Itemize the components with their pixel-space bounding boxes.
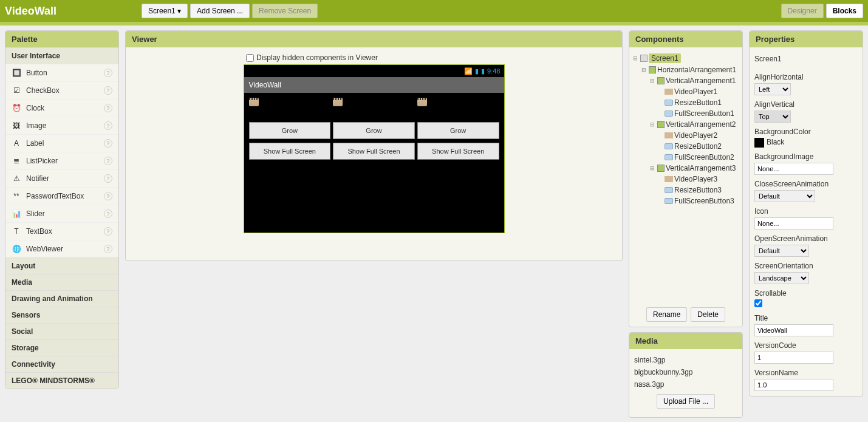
alignv-select[interactable]: Top [754, 111, 791, 123]
help-icon[interactable]: ? [104, 227, 112, 236]
tree-rb2[interactable]: ResizeButton2 [633, 141, 739, 152]
media-panel: Media sintel.3gp bigbuckbunny.3gp nasa.3… [629, 332, 743, 418]
screen-icon [640, 55, 648, 62]
tree-va3[interactable]: ⊟VerticalArrangement3 [633, 163, 739, 174]
tree-fb2[interactable]: FullScreenButton2 [633, 152, 739, 163]
palette-item-listpicker[interactable]: ≣ListPicker? [5, 152, 118, 169]
tree-fb1[interactable]: FullScreenButton1 [633, 108, 739, 119]
screen-dropdown[interactable]: Screen1 ▾ [142, 4, 188, 18]
tree-vp1[interactable]: VideoPlayer1 [633, 86, 739, 97]
fullscreen-button-3[interactable]: Show Full Screen [417, 143, 499, 160]
tree-toggle-icon[interactable]: ⊟ [633, 55, 639, 61]
remove-screen-button[interactable]: Remove Screen [252, 4, 318, 18]
arrangement-icon [649, 66, 656, 73]
viewer-panel: Viewer Display hidden components in View… [125, 30, 623, 261]
title-input[interactable] [754, 324, 833, 336]
palette-panel: Palette User Interface 🔲Button?☑CheckBox… [5, 30, 119, 389]
palette-section-social[interactable]: Social [5, 323, 118, 339]
help-icon[interactable]: ? [104, 209, 112, 218]
bgcolor-picker[interactable]: Black [754, 138, 858, 148]
upload-file-button[interactable]: Upload File ... [657, 394, 715, 409]
tree-screen[interactable]: ⊟Screen1 [633, 52, 739, 64]
palette-item-slider[interactable]: 📊Slider? [5, 205, 118, 222]
add-screen-button[interactable]: Add Screen ... [190, 4, 250, 18]
grow-button-2[interactable]: Grow [333, 122, 415, 139]
properties-panel: Properties Screen1 AlignHorizontal Left … [749, 30, 863, 396]
versioncode-input[interactable] [754, 352, 833, 364]
media-item[interactable]: nasa.3gp [634, 378, 737, 390]
media-item[interactable]: bigbuckbunny.3gp [634, 366, 737, 378]
palette-section-sensors[interactable]: Sensors [5, 307, 118, 323]
designer-button[interactable]: Designer [781, 4, 824, 18]
tree-rb3[interactable]: ResizeButton3 [633, 185, 739, 196]
palette-item-checkbox[interactable]: ☑CheckBox? [5, 81, 118, 99]
palette-item-textbox[interactable]: TTextBox? [5, 222, 118, 240]
palette-item-image[interactable]: 🖼Image? [5, 117, 118, 134]
tree-rb1[interactable]: ResizeButton1 [633, 97, 739, 108]
palette-section-media[interactable]: Media [5, 274, 118, 290]
fullscreen-button-1[interactable]: Show Full Screen [249, 143, 331, 160]
palette-section-layout[interactable]: Layout [5, 257, 118, 274]
videoplayer-icon[interactable] [333, 98, 343, 106]
delete-button[interactable]: Delete [691, 307, 725, 322]
tree-toggle-icon[interactable]: ⊟ [641, 67, 648, 73]
grow-button-3[interactable]: Grow [417, 122, 499, 139]
grow-button-1[interactable]: Grow [249, 122, 331, 139]
palette-section-lego[interactable]: LEGO® MINDSTORMS® [5, 372, 118, 389]
videoplayer-icon [665, 132, 673, 138]
versionname-input[interactable] [754, 379, 833, 391]
hidden-components-checkbox[interactable] [246, 54, 254, 62]
palette-item-icon: A [12, 138, 21, 148]
palette-section-drawing[interactable]: Drawing and Animation [5, 290, 118, 307]
videoplayer-icon[interactable] [249, 98, 259, 106]
palette-section-ui[interactable]: User Interface [5, 47, 118, 64]
palette-item-label[interactable]: ALabel? [5, 134, 118, 152]
alignh-select[interactable]: Left [754, 83, 791, 95]
help-icon[interactable]: ? [104, 104, 112, 112]
fullscreen-button-2[interactable]: Show Full Screen [333, 143, 415, 160]
arrangement-icon [657, 165, 665, 172]
tree-toggle-icon[interactable]: ⊟ [650, 165, 656, 171]
palette-item-icon: ☑ [12, 86, 21, 95]
palette-section-connectivity[interactable]: Connectivity [5, 356, 118, 372]
orient-select[interactable]: Landscape [754, 272, 809, 284]
help-icon[interactable]: ? [104, 121, 112, 130]
palette-item-clock[interactable]: ⏰Clock? [5, 99, 118, 117]
tree-vp2[interactable]: VideoPlayer2 [633, 130, 739, 141]
blocks-button[interactable]: Blocks [826, 4, 863, 18]
clock-text: 9:48 [487, 67, 500, 75]
palette-section-storage[interactable]: Storage [5, 339, 118, 356]
tree-vp3[interactable]: VideoPlayer3 [633, 174, 739, 185]
closeanim-select[interactable]: Default [754, 190, 815, 202]
button-icon [665, 198, 673, 204]
help-icon[interactable]: ? [104, 174, 112, 183]
tree-ha1[interactable]: ⊟HorizontalArrangement1 [633, 64, 739, 75]
media-list: sintel.3gp bigbuckbunny.3gp nasa.3gp Upl… [629, 349, 742, 417]
palette-item-webviewer[interactable]: 🌐WebViewer? [5, 240, 118, 257]
scrollable-checkbox[interactable] [754, 299, 762, 307]
help-icon[interactable]: ? [104, 139, 112, 148]
help-icon[interactable]: ? [104, 245, 112, 253]
help-icon[interactable]: ? [104, 86, 112, 95]
openanim-select[interactable]: Default [754, 245, 809, 257]
tree-fb3[interactable]: FullScreenButton3 [633, 196, 739, 206]
help-icon[interactable]: ? [104, 69, 112, 77]
battery-icon: ▮ [481, 67, 485, 75]
media-item[interactable]: sintel.3gp [634, 354, 737, 366]
icon-input[interactable] [754, 217, 833, 230]
help-icon[interactable]: ? [104, 157, 112, 165]
bgimage-input[interactable] [754, 163, 833, 175]
tree-toggle-icon[interactable]: ⊟ [650, 78, 656, 84]
tree-va1[interactable]: ⊟VerticalArrangement1 [633, 75, 739, 86]
palette-item-passwordtextbox[interactable]: **PasswordTextBox? [5, 187, 118, 205]
palette-item-button[interactable]: 🔲Button? [5, 64, 118, 81]
videoplayer-icon[interactable] [417, 98, 427, 106]
palette-item-notifier[interactable]: ⚠Notifier? [5, 169, 118, 187]
palette-item-label: PasswordTextBox [26, 192, 84, 200]
tree-va2[interactable]: ⊟VerticalArrangement2 [633, 119, 739, 130]
tree-toggle-icon[interactable]: ⊟ [650, 121, 656, 128]
help-icon[interactable]: ? [104, 192, 112, 200]
prop-label-title: Title [754, 314, 858, 322]
rename-button[interactable]: Rename [646, 307, 687, 322]
hidden-components-option[interactable]: Display hidden components in Viewer [246, 53, 616, 62]
